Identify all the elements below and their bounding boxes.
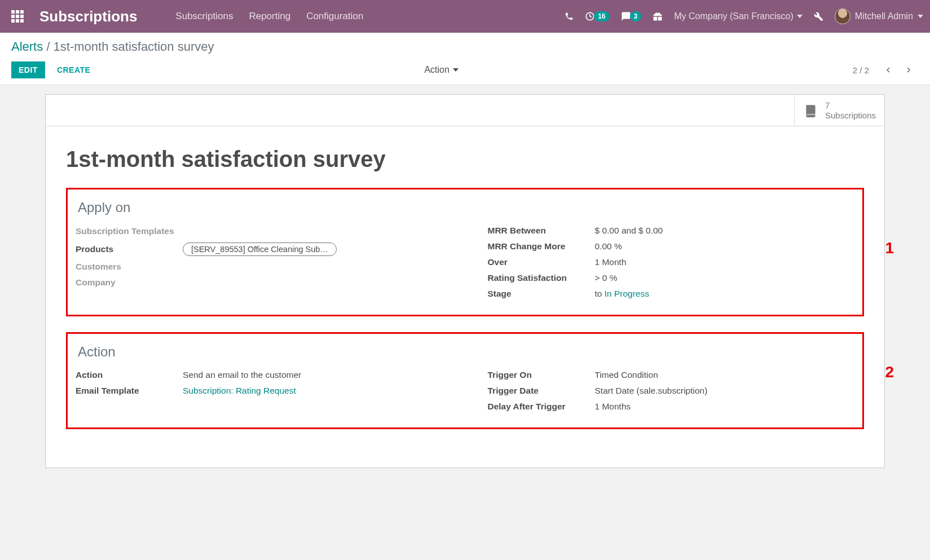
stat-subscriptions[interactable]: 7 Subscriptions [794,95,884,126]
email-template-link[interactable]: Subscription: Rating Request [183,386,296,395]
avatar [835,8,850,24]
chevron-down-icon [797,15,803,18]
create-button[interactable]: CREATE [50,61,98,78]
action-section: 2 Action Action Send an email to the cus… [66,332,864,429]
value-rating: > 0 % [595,273,855,283]
activities-icon[interactable]: 16 [585,11,609,21]
action-label: Action [424,65,449,75]
breadcrumb-current: 1st-month satisfaction survey [54,39,214,54]
apps-icon[interactable] [11,10,24,23]
value-trigger-on: Timed Condition [595,370,855,380]
label-customers: Customers [76,262,183,272]
label-company: Company [76,277,183,288]
breadcrumb-separator: / [46,39,53,54]
phone-icon[interactable] [565,12,574,21]
label-trigger-date: Trigger Date [488,386,595,396]
label-stage: Stage [488,289,595,299]
company-name: My Company (San Francisco) [674,11,794,21]
value-trigger-date: Start Date (sale.subscription) [595,386,855,396]
value-customers [183,262,443,272]
stat-label: Subscriptions [825,111,876,121]
label-mrr-between: MRR Between [488,226,595,236]
app-brand[interactable]: Subscriptions [39,8,137,25]
nav-menu-reporting[interactable]: Reporting [241,11,298,22]
debug-icon[interactable] [814,12,823,21]
discuss-icon[interactable]: 3 [621,11,642,21]
apply-on-section: 1 Apply on Subscription Templates Produc… [66,188,864,316]
control-panel: Alerts / 1st-month satisfaction survey E… [0,33,930,85]
nav-menu-subscriptions[interactable]: Subscriptions [168,11,241,22]
edit-button[interactable]: EDIT [11,61,45,78]
pager-next[interactable] [898,61,919,79]
action-heading: Action [78,344,854,360]
annotation-1: 1 [885,239,894,257]
stat-count: 7 [825,100,876,111]
annotation-2: 2 [885,363,894,381]
pager-prev[interactable] [878,61,898,79]
action-dropdown[interactable]: Action [424,65,458,75]
label-templates: Subscription Templates [76,226,183,237]
label-action: Action [76,370,183,380]
value-mrr-change: 0.00 % [595,241,855,252]
nav-right: 16 3 My Company (San Francisco) Mitchell… [565,8,923,24]
company-switcher[interactable]: My Company (San Francisco) [674,11,803,21]
book-icon [804,103,818,118]
label-delay: Delay After Trigger [488,402,595,412]
top-navbar: Subscriptions Subscriptions Reporting Co… [0,0,930,33]
value-action: Send an email to the customer [183,370,443,380]
user-menu[interactable]: Mitchell Admin [835,8,923,24]
product-tag[interactable]: [SERV_89553] Office Cleaning Sub… [183,242,337,256]
nav-menu: Subscriptions Reporting Configuration [168,11,371,22]
breadcrumb-root[interactable]: Alerts [11,39,43,54]
label-trigger-on: Trigger On [488,370,595,380]
nav-menu-configuration[interactable]: Configuration [298,11,371,22]
form-sheet: 7 Subscriptions 1st-month satisfaction s… [45,94,885,468]
value-stage: to In Progress [595,289,855,299]
value-company [183,277,443,288]
label-over: Over [488,257,595,267]
stage-link[interactable]: In Progress [605,289,649,298]
activities-badge: 16 [594,11,609,21]
label-products: Products [76,244,183,254]
discuss-badge: 3 [630,11,642,21]
pager-text[interactable]: 2 / 2 [853,65,869,75]
value-mrr-between: $ 0.00 and $ 0.00 [595,226,855,236]
chevron-down-icon [918,15,923,18]
stage-prefix: to [595,289,605,298]
page-title: 1st-month satisfaction survey [66,147,864,172]
label-email-template: Email Template [76,386,183,396]
label-mrr-change: MRR Change More [488,241,595,252]
value-templates [183,226,443,237]
apply-on-heading: Apply on [78,200,854,215]
value-over: 1 Month [595,257,855,267]
label-rating: Rating Satisfaction [488,273,595,283]
breadcrumb: Alerts / 1st-month satisfaction survey [11,39,919,54]
user-name: Mitchell Admin [855,11,913,21]
chevron-down-icon [453,68,459,72]
value-delay: 1 Months [595,402,855,412]
gift-icon[interactable] [653,11,663,21]
